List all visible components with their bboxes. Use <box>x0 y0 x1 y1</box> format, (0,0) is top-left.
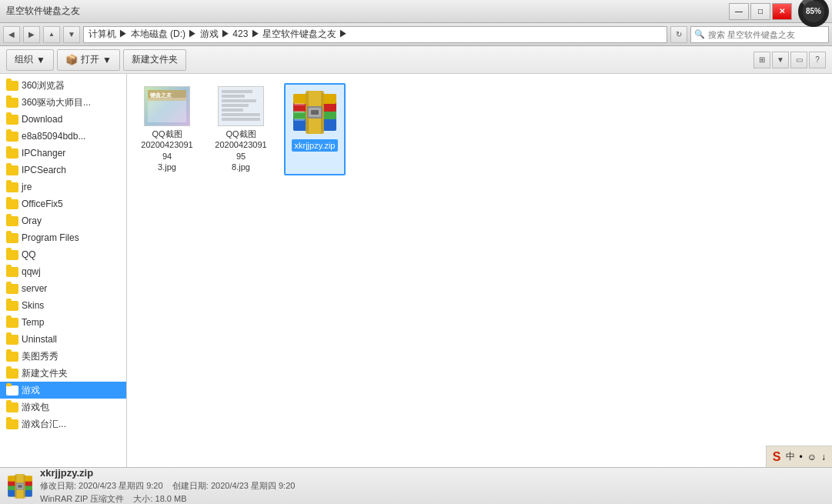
sidebar-item-meituxiuxiu[interactable]: 美图秀秀 <box>0 348 126 365</box>
sougou-face[interactable]: ☺ <box>807 452 817 462</box>
up-button[interactable]: ▲ <box>43 26 60 43</box>
zip-svg-icon <box>290 88 339 137</box>
status-filetype: WinRAR ZIP 压缩文件 <box>40 494 124 503</box>
folder-icon <box>6 182 18 192</box>
sidebar-item-gameshub[interactable]: 游戏台汇... <box>0 416 126 432</box>
refresh-button[interactable]: ↻ <box>670 26 687 43</box>
sidebar-item-gamespkg[interactable]: 游戏包 <box>0 399 126 416</box>
search-icon: 🔍 <box>694 29 705 39</box>
sidebar-item-label: 游戏 <box>22 384 40 397</box>
sidebar-item-e8a[interactable]: e8a85094bdb... <box>0 128 126 145</box>
sidebar-item-label: qqwj <box>22 266 41 277</box>
sougou-down[interactable]: ↓ <box>821 452 826 462</box>
minimize-button[interactable]: — <box>729 3 749 20</box>
sidebar-item-360driver[interactable]: 360驱动大师目... <box>0 94 126 111</box>
new-folder-button[interactable]: 新建文件夹 <box>123 49 186 71</box>
status-details-2: WinRAR ZIP 压缩文件 大小: 18.0 MB <box>40 493 295 504</box>
sidebar-item-skins[interactable]: Skins <box>0 297 126 314</box>
search-box: 🔍 <box>690 26 829 43</box>
preview-pane-button[interactable]: ▭ <box>790 52 807 68</box>
file-item-qq1[interactable]: 键盘之友 QQ截图20200423091943.jpg <box>136 83 198 175</box>
svg-rect-10 <box>294 103 305 105</box>
folder-icon <box>6 216 18 226</box>
title-bar: 星空软件键盘之友 — □ ✕ 85% <box>0 0 832 23</box>
svg-rect-12 <box>294 118 305 121</box>
sidebar-item-label: Uninstall <box>22 334 57 345</box>
sidebar-item-ipchanger[interactable]: IPChanger <box>0 145 126 162</box>
file-thumbnail-zip <box>290 88 339 137</box>
file-thumbnail-qq2 <box>218 86 264 126</box>
open-button[interactable]: 📦 打开 ▼ <box>57 49 120 71</box>
dropdown-button[interactable]: ▼ <box>63 26 80 43</box>
sidebar-item-games[interactable]: 游戏 <box>0 382 126 399</box>
status-bar: xkrjjpzy.zip 修改日期: 2020/4/23 星期四 9:20 创建… <box>0 467 832 504</box>
folder-icon <box>6 165 18 175</box>
title-bar-left: 星空软件键盘之友 <box>6 5 80 18</box>
close-button[interactable]: ✕ <box>772 3 792 20</box>
title-bar-controls: — □ ✕ 85% <box>729 0 829 27</box>
title-text: 星空软件键盘之友 <box>6 5 80 18</box>
svg-rect-9 <box>311 110 319 115</box>
folder-icon <box>6 250 18 260</box>
sidebar-item-label: IPCSearch <box>22 165 66 175</box>
status-filename: xkrjjpzy.zip <box>40 467 295 479</box>
sidebar-item-download[interactable]: Download <box>0 111 126 128</box>
sidebar-item-temp[interactable]: Temp <box>0 314 126 331</box>
sidebar-item-oray[interactable]: Oray <box>0 212 126 229</box>
breadcrumb-bar[interactable]: 计算机 ▶ 本地磁盘 (D:) ▶ 游戏 ▶ 423 ▶ 星空软件键盘之友 ▶ <box>83 26 667 43</box>
sidebar-item-qqwj[interactable]: qqwj <box>0 263 126 280</box>
sidebar-item-label: Oray <box>22 215 42 226</box>
address-bar: ◀ ▶ ▲ ▼ 计算机 ▶ 本地磁盘 (D:) ▶ 游戏 ▶ 423 ▶ 星空软… <box>0 23 832 46</box>
status-info: xkrjjpzy.zip 修改日期: 2020/4/23 星期四 9:20 创建… <box>40 467 295 504</box>
file-label-zip: xkrjjpzy.zip <box>292 139 339 152</box>
folder-icon <box>6 419 18 429</box>
sidebar-item-newfolder[interactable]: 新建文件夹 <box>0 365 126 382</box>
sidebar-item-uninstall[interactable]: Uninstall <box>0 331 126 348</box>
sidebar-item-label: Skins <box>22 300 44 311</box>
sidebar-item-360browser[interactable]: 360浏览器 <box>0 77 126 94</box>
back-button[interactable]: ◀ <box>3 26 20 43</box>
status-zip-icon <box>6 472 34 500</box>
organize-dropdown-icon: ▼ <box>36 55 45 65</box>
status-size: 大小: 18.0 MB <box>133 494 186 503</box>
folder-icon <box>6 335 18 345</box>
folder-icon <box>6 267 18 277</box>
folder-icon <box>6 98 18 108</box>
search-input[interactable] <box>708 30 825 39</box>
sidebar-item-jre[interactable]: jre <box>0 179 126 195</box>
sidebar-item-label: 游戏台汇... <box>22 418 66 431</box>
help-button[interactable]: ? <box>809 52 826 68</box>
organize-button[interactable]: 组织 ▼ <box>6 49 54 71</box>
sidebar-item-qq[interactable]: QQ <box>0 246 126 263</box>
sidebar-item-officefix[interactable]: OfficeFix5 <box>0 195 126 212</box>
sidebar-item-ipcsearch[interactable]: IPCSearch <box>0 162 126 179</box>
percent-badge: 85% <box>798 0 829 27</box>
forward-button[interactable]: ▶ <box>23 26 40 43</box>
maximize-button[interactable]: □ <box>750 3 770 20</box>
folder-icon <box>6 81 18 91</box>
view-dropdown-button[interactable]: ▼ <box>772 52 789 68</box>
sidebar-item-server[interactable]: server <box>0 280 126 297</box>
sidebar-item-label: e8a85094bdb... <box>22 131 85 142</box>
organize-label: 组织 <box>15 53 33 66</box>
status-create: 创建日期: 2020/4/23 星期四 9:20 <box>172 481 296 490</box>
sidebar-item-label: Program Files <box>22 232 79 243</box>
view-buttons: ⊞ ▼ ▭ ? <box>753 52 826 68</box>
open-dropdown-icon: ▼ <box>102 55 112 65</box>
svg-rect-11 <box>294 111 305 113</box>
view-toggle-button[interactable]: ⊞ <box>753 52 770 68</box>
file-label-qq2: QQ截图20200423091958.jpg <box>213 129 269 172</box>
open-label: 打开 <box>81 53 99 66</box>
percent-value: 85% <box>803 1 824 22</box>
folder-icon <box>6 352 18 362</box>
sougou-lang-btn[interactable]: 中 <box>786 450 795 463</box>
sidebar-item-programfiles[interactable]: Program Files <box>0 229 126 246</box>
folder-icon <box>6 284 18 294</box>
sougou-dot: • <box>800 452 803 462</box>
file-item-zip[interactable]: xkrjjpzy.zip <box>284 83 346 175</box>
file-item-qq2[interactable]: QQ截图20200423091958.jpg <box>210 83 272 175</box>
sidebar-item-label: QQ <box>22 249 36 260</box>
file-thumbnail-qq1: 键盘之友 <box>144 86 190 126</box>
sidebar-item-label: server <box>22 283 47 294</box>
folder-icon <box>6 386 18 396</box>
